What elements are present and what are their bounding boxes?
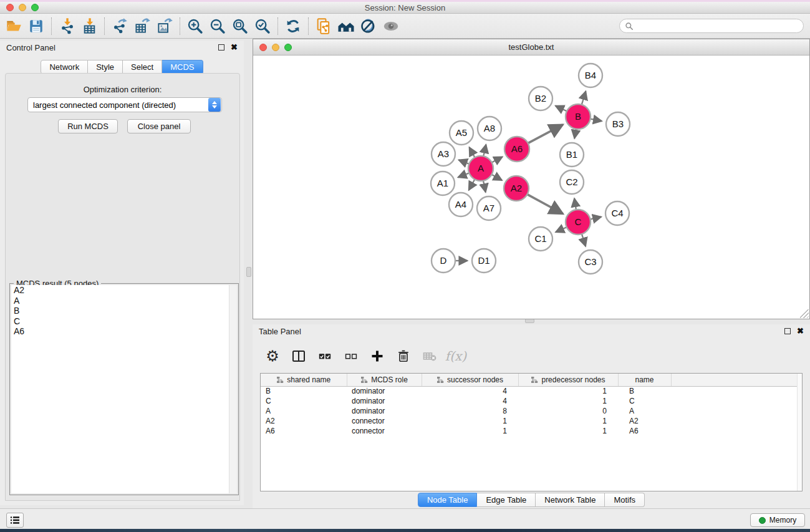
mcds-result-list[interactable]: A2ABCA6 bbox=[11, 285, 237, 493]
search-field[interactable] bbox=[619, 19, 804, 33]
import-table-button[interactable] bbox=[78, 15, 100, 37]
edge-A2-C[interactable] bbox=[528, 195, 563, 214]
zoom-selected-button[interactable] bbox=[251, 15, 274, 37]
graph-node-C2[interactable]: C2 bbox=[560, 170, 584, 194]
cell-name[interactable]: A6 bbox=[618, 426, 671, 436]
cell-name[interactable]: A2 bbox=[618, 416, 671, 426]
edge-A-A8[interactable] bbox=[483, 145, 486, 157]
column-visibility-button[interactable] bbox=[290, 347, 307, 365]
close-panel-button[interactable]: Close panel bbox=[127, 119, 191, 133]
edge-B-B2[interactable] bbox=[556, 105, 567, 111]
graph-node-B1[interactable]: B1 bbox=[560, 143, 584, 167]
cell-shared-name[interactable]: A6 bbox=[261, 426, 347, 436]
select-all-button[interactable] bbox=[316, 347, 334, 365]
optimization-criterion-select[interactable]: largest connected component (directed) bbox=[27, 97, 222, 112]
edge-A-A2[interactable] bbox=[491, 175, 502, 180]
delete-column-button[interactable] bbox=[395, 347, 412, 365]
graph-node-B3[interactable]: B3 bbox=[606, 112, 630, 136]
graph-node-A[interactable]: A bbox=[468, 156, 493, 181]
edge-A6-B[interactable] bbox=[528, 125, 563, 143]
result-list-item[interactable]: C bbox=[11, 316, 237, 327]
graph-node-A2[interactable]: A2 bbox=[504, 176, 529, 201]
edge-C-C1[interactable] bbox=[556, 227, 567, 232]
control-tab-mcds[interactable]: MCDS bbox=[162, 60, 203, 74]
search-input[interactable] bbox=[637, 20, 803, 32]
control-tab-select[interactable]: Select bbox=[123, 60, 162, 74]
control-tab-network[interactable]: Network bbox=[41, 60, 88, 74]
edge-B-B4[interactable] bbox=[582, 91, 586, 105]
cell-predecessor-nodes[interactable]: 1 bbox=[518, 396, 618, 406]
cell-name[interactable]: B bbox=[618, 386, 671, 396]
edge-A-A7[interactable] bbox=[483, 181, 486, 193]
cell-successor-nodes[interactable]: 4 bbox=[422, 396, 518, 406]
cell-successor-nodes[interactable]: 4 bbox=[422, 386, 518, 396]
edge-B-B1[interactable] bbox=[574, 129, 576, 138]
cell-name[interactable]: C bbox=[618, 396, 671, 406]
table-row[interactable]: A6connector11A6 bbox=[261, 426, 802, 436]
refresh-network-button[interactable] bbox=[282, 15, 304, 37]
export-table-button[interactable] bbox=[131, 15, 153, 37]
edge-A-A1[interactable] bbox=[458, 173, 469, 177]
table-row[interactable]: Cdominator41C bbox=[261, 396, 802, 406]
two-houses-button[interactable] bbox=[335, 15, 357, 37]
close-table-panel-icon[interactable]: ✖ bbox=[797, 328, 804, 334]
cell-successor-nodes[interactable]: 1 bbox=[422, 416, 518, 426]
add-column-button[interactable] bbox=[369, 347, 386, 365]
table-tab-motifs[interactable]: Motifs bbox=[605, 493, 645, 507]
show-graphics-details-button[interactable] bbox=[380, 15, 402, 37]
column-header-name[interactable]: name bbox=[618, 374, 671, 386]
deselect-all-button[interactable] bbox=[342, 347, 360, 365]
zoom-fit-button[interactable] bbox=[229, 15, 251, 37]
window-resize-grip[interactable] bbox=[800, 309, 809, 318]
cell-MCDS-role[interactable]: dominator bbox=[347, 396, 422, 406]
edge-A-A3[interactable] bbox=[459, 160, 470, 163]
edge-A-A4[interactable] bbox=[469, 180, 475, 190]
control-tab-style[interactable]: Style bbox=[88, 60, 123, 74]
cell-MCDS-role[interactable]: dominator bbox=[347, 406, 422, 416]
export-image-button[interactable] bbox=[153, 15, 176, 37]
graph-node-A6[interactable]: A6 bbox=[504, 137, 529, 162]
float-table-panel-icon[interactable] bbox=[784, 328, 791, 334]
result-list-item[interactable]: A2 bbox=[11, 285, 237, 296]
vertical-splitter-handle[interactable] bbox=[246, 267, 251, 277]
table-tab-network-table[interactable]: Network Table bbox=[536, 493, 605, 507]
graph-node-B4[interactable]: B4 bbox=[579, 64, 602, 87]
edge-A-A5[interactable] bbox=[470, 147, 475, 157]
table-scrollbar[interactable] bbox=[797, 374, 802, 491]
network-view-window[interactable]: testGlobe.txt B4B2BB3A5A8A6B1A3AC2A1A2A4… bbox=[253, 39, 810, 319]
graph-node-A3[interactable]: A3 bbox=[432, 142, 455, 166]
close-panel-icon[interactable]: ✖ bbox=[231, 44, 238, 51]
graph-node-A8[interactable]: A8 bbox=[478, 117, 501, 140]
save-session-button[interactable] bbox=[25, 15, 47, 37]
graph-node-B[interactable]: B bbox=[566, 104, 591, 129]
graph-node-C[interactable]: C bbox=[566, 210, 591, 235]
show-task-history-button[interactable] bbox=[6, 513, 24, 528]
network-graph-canvas[interactable]: B4B2BB3A5A8A6B1A3AC2A1A2A4A7C4CC1C3DD1 bbox=[253, 56, 809, 319]
cell-predecessor-nodes[interactable]: 0 bbox=[518, 406, 618, 416]
table-row[interactable]: Bdominator41B bbox=[261, 386, 802, 396]
hide-graphics-details-button[interactable] bbox=[357, 15, 380, 37]
open-file-button[interactable] bbox=[2, 15, 25, 37]
result-list-item[interactable]: A6 bbox=[11, 326, 237, 337]
cell-successor-nodes[interactable]: 1 bbox=[422, 426, 518, 436]
column-header-shared-name[interactable]: shared name bbox=[261, 374, 347, 386]
export-network-button[interactable] bbox=[108, 15, 131, 37]
graph-node-A1[interactable]: A1 bbox=[431, 172, 455, 195]
edge-B-B3[interactable] bbox=[591, 119, 602, 121]
node-table[interactable]: shared nameMCDS rolesuccessor nodesprede… bbox=[260, 373, 803, 491]
memory-button[interactable]: Memory bbox=[750, 513, 805, 527]
edge-C-C3[interactable] bbox=[582, 234, 586, 246]
result-list-item[interactable]: A bbox=[11, 296, 237, 306]
cell-MCDS-role[interactable]: connector bbox=[347, 426, 422, 436]
cell-shared-name[interactable]: A bbox=[261, 406, 347, 416]
cell-predecessor-nodes[interactable]: 1 bbox=[518, 386, 618, 396]
float-panel-icon[interactable] bbox=[218, 44, 224, 51]
cell-successor-nodes[interactable]: 8 bbox=[422, 406, 518, 416]
edge-C-C2[interactable] bbox=[574, 198, 576, 210]
column-header-successor-nodes[interactable]: successor nodes bbox=[422, 374, 518, 386]
edge-A-A6[interactable] bbox=[492, 157, 503, 162]
zoom-out-button[interactable] bbox=[206, 15, 229, 37]
table-settings-button[interactable]: ⚙ bbox=[264, 347, 281, 365]
graph-node-A7[interactable]: A7 bbox=[477, 196, 501, 220]
graph-node-A4[interactable]: A4 bbox=[449, 193, 473, 216]
